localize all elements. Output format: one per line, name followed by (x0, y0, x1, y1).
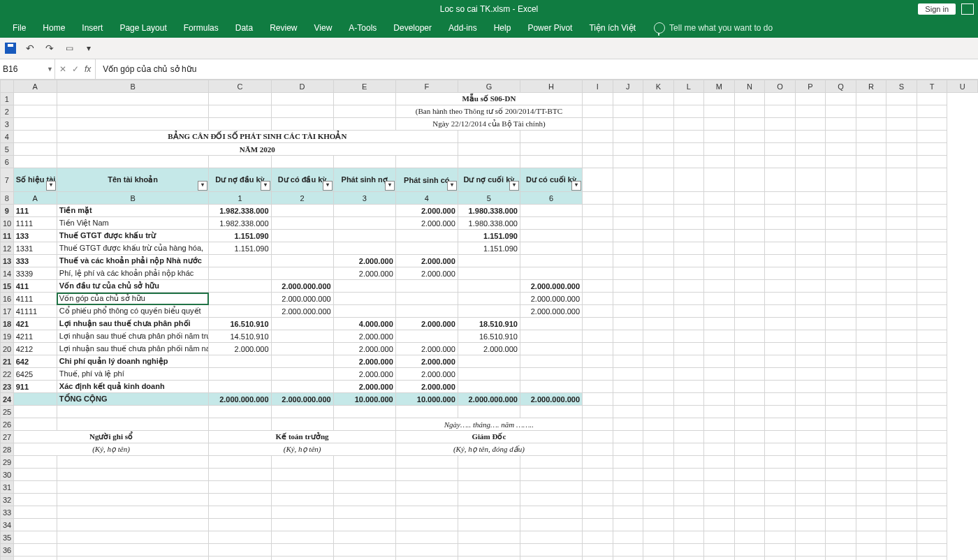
cell[interactable] (520, 355, 582, 368)
col-header[interactable]: C (209, 80, 271, 93)
cell[interactable] (271, 205, 333, 217)
cell[interactable]: 642 (13, 355, 57, 368)
col-header[interactable]: R (856, 80, 886, 93)
cell[interactable]: 1.982.338.000 (209, 217, 271, 230)
filter-icon[interactable]: ▾ (571, 181, 581, 191)
tab-help[interactable]: Help (486, 18, 520, 38)
cell[interactable]: 41111 (13, 305, 57, 318)
cell[interactable]: 2.000.000 (458, 343, 520, 355)
qat-button[interactable]: ▭ (63, 42, 75, 54)
row-header[interactable]: 2 (1, 105, 14, 118)
tab-pagelayout[interactable]: Page Layout (111, 18, 175, 38)
cell[interactable]: 1.151.090 (458, 230, 520, 242)
col-header[interactable]: E (333, 80, 395, 93)
cell[interactable] (333, 230, 395, 242)
cell[interactable]: 14.510.910 (209, 330, 271, 343)
cell[interactable] (520, 255, 582, 267)
cell[interactable] (520, 381, 582, 393)
row-header[interactable]: 12 (1, 242, 14, 255)
cell[interactable] (395, 230, 458, 242)
cell[interactable] (458, 355, 520, 368)
cell[interactable]: 16.510.910 (458, 330, 520, 343)
cell[interactable] (333, 217, 395, 230)
cell[interactable]: 2.000.000 (395, 381, 458, 393)
cell[interactable] (520, 267, 582, 280)
cell[interactable]: 2.000.000.000 (520, 280, 582, 293)
cell[interactable]: 2.000.000 (395, 255, 458, 267)
cell[interactable]: 2.000.000.000 (271, 393, 333, 406)
filter-icon[interactable]: ▾ (385, 181, 395, 191)
row-header[interactable]: 8 (1, 192, 14, 205)
cell[interactable]: 4211 (13, 330, 57, 343)
formula-input[interactable]: Vốn góp của chủ sở hữu (96, 59, 978, 79)
cell[interactable]: 2.000.000.000 (209, 393, 271, 406)
tab-home[interactable]: Home (34, 18, 73, 38)
name-box[interactable]: B16 ▼ (0, 59, 55, 79)
row-header[interactable]: 20 (1, 343, 14, 355)
cell[interactable] (209, 368, 271, 381)
cell[interactable]: 2.000.000.000 (520, 293, 582, 305)
tab-insert[interactable]: Insert (73, 18, 111, 38)
cell[interactable] (209, 355, 271, 368)
row-header[interactable]: 10 (1, 217, 14, 230)
cell[interactable]: Vốn góp của chủ sở hữu (57, 293, 209, 305)
cell[interactable] (271, 267, 333, 280)
cell[interactable]: Xác định kết quả kinh doanh (57, 381, 209, 393)
cell[interactable]: 16.510.910 (209, 318, 271, 330)
row-header[interactable]: 33 (1, 506, 14, 519)
col-header[interactable]: N (734, 80, 765, 93)
cell[interactable]: 2.000.000 (333, 255, 395, 267)
cell[interactable]: 2.000.000 (395, 355, 458, 368)
tab-view[interactable]: View (306, 18, 341, 38)
tab-data[interactable]: Data (227, 18, 261, 38)
cell[interactable]: 1.982.338.000 (209, 205, 271, 217)
col-header[interactable]: F (395, 80, 458, 93)
save-button[interactable] (4, 42, 17, 54)
tab-tienichviet[interactable]: Tiện ích Việt (581, 18, 644, 38)
cell[interactable]: 2.000.000 (395, 368, 458, 381)
cell[interactable] (271, 355, 333, 368)
tab-file[interactable]: File (4, 18, 34, 38)
filter-icon[interactable]: ▾ (509, 181, 519, 191)
row-header[interactable]: 24 (1, 393, 14, 406)
col-header[interactable]: G (458, 80, 520, 93)
cell[interactable] (395, 330, 458, 343)
cell[interactable]: 2.000.000 (333, 355, 395, 368)
cell[interactable] (333, 305, 395, 318)
row-header[interactable]: 6 (1, 156, 14, 168)
cell[interactable] (13, 393, 57, 406)
row-header[interactable]: 28 (1, 443, 14, 456)
row-header[interactable]: 3 (1, 118, 14, 131)
cell[interactable]: Lợi nhuận sau thuế chưa phân phối (57, 318, 209, 330)
cell[interactable]: 2.000.000.000 (458, 393, 520, 406)
row-header[interactable]: 17 (1, 305, 14, 318)
cell[interactable]: 2.000.000 (333, 330, 395, 343)
row-header[interactable]: 23 (1, 381, 14, 393)
cell[interactable]: Thuế GTGT được khấu trừ của hàng hóa, (57, 242, 209, 255)
cell[interactable]: 2.000.000.000 (271, 280, 333, 293)
cell[interactable]: Lợi nhuận sau thuế chưa phân phối năm na… (57, 343, 209, 355)
cell[interactable] (520, 318, 582, 330)
cell[interactable] (271, 255, 333, 267)
col-header[interactable]: H (520, 80, 582, 93)
cell[interactable]: 1.151.090 (209, 242, 271, 255)
tab-formulas[interactable]: Formulas (175, 18, 227, 38)
cell[interactable]: 2.000.000 (333, 368, 395, 381)
tab-developer[interactable]: Developer (385, 18, 440, 38)
cell[interactable]: 2.000.000.000 (520, 393, 582, 406)
cell[interactable]: 2.000.000 (209, 343, 271, 355)
tab-atools[interactable]: A-Tools (340, 18, 385, 38)
cell[interactable] (458, 368, 520, 381)
col-header[interactable]: A (13, 80, 57, 93)
row-header[interactable]: 14 (1, 267, 14, 280)
col-header[interactable]: O (765, 80, 796, 93)
cell[interactable] (271, 343, 333, 355)
filter-icon[interactable]: ▾ (46, 181, 56, 191)
cell[interactable]: Tiền mặt (57, 205, 209, 217)
cell[interactable] (458, 267, 520, 280)
cell[interactable]: 1331 (13, 242, 57, 255)
tab-review[interactable]: Review (261, 18, 305, 38)
col-header[interactable]: B (57, 80, 209, 93)
row-header[interactable]: 34 (1, 519, 14, 531)
cell[interactable]: 2.000.000 (395, 343, 458, 355)
